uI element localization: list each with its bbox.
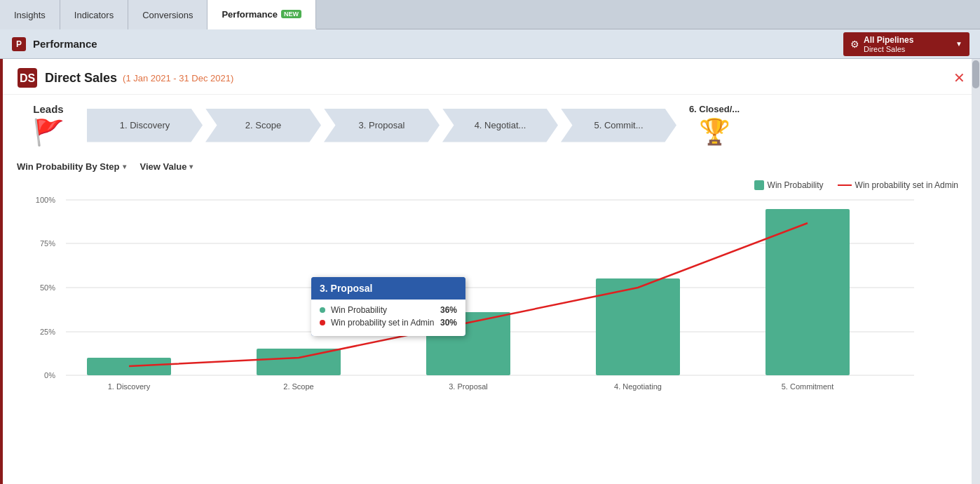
gear-icon: ⚙ — [850, 39, 859, 50]
svg-text:50%: 50% — [40, 283, 55, 292]
svg-text:P: P — [16, 39, 22, 49]
pipeline-steps: Leads 🚩 1. Discovery 2. Scope 3. Proposa… — [3, 95, 979, 156]
pipeline-label: All Pipelines — [864, 35, 950, 45]
svg-text:1. Discovery: 1. Discovery — [108, 382, 151, 391]
main-content: DS Direct Sales (1 Jan 2021 - 31 Dec 202… — [0, 59, 980, 484]
closed-label: 6. Closed/... — [689, 104, 740, 114]
svg-text:75%: 75% — [40, 239, 55, 248]
view-dropdown[interactable]: View Value ▾ — [140, 161, 193, 172]
tooltip-row-2: Win probability set in Admin 30% — [320, 318, 457, 328]
svg-text:3. Proposal: 3. Proposal — [449, 382, 488, 391]
bar-chart-svg: 100% 75% 50% 25% 0% — [17, 193, 928, 396]
step-1-arrow[interactable]: 1. Discovery — [87, 109, 203, 142]
step-2-label: 2. Scope — [245, 120, 281, 130]
chart-area: 100% 75% 50% 25% 0% — [3, 193, 979, 406]
step-3-arrow[interactable]: 3. Proposal — [324, 109, 440, 142]
tooltip-dot-2 — [320, 320, 325, 325]
svg-text:DS: DS — [20, 72, 36, 84]
chevron-down-icon-2: ▾ — [189, 163, 193, 170]
header-bar: P Performance ⚙ All Pipelines Direct Sal… — [0, 29, 980, 59]
step-1-label: 1. Discovery — [120, 120, 170, 130]
svg-text:2. Scope: 2. Scope — [283, 382, 313, 391]
tooltip-val-1: 36% — [440, 305, 457, 315]
header-logo-icon: P — [11, 36, 27, 53]
ds-date-range: (1 Jan 2021 - 31 Dec 2021) — [123, 73, 233, 83]
bar-2[interactable] — [257, 349, 341, 375]
tab-conversions[interactable]: Conversions — [128, 0, 207, 29]
tabs-bar: Insights Indicators Conversions Performa… — [0, 0, 980, 29]
new-badge: NEW — [281, 10, 301, 18]
tab-performance[interactable]: Performance NEW — [207, 0, 315, 29]
bar-1[interactable] — [87, 358, 171, 375]
tab-conversions-label: Conversions — [142, 10, 193, 20]
chevron-down-icon: ▼ — [955, 40, 962, 48]
tab-indicators-label: Indicators — [74, 10, 114, 20]
tooltip-dot-1 — [320, 307, 325, 313]
legend-win-prob-label: Win Probability — [768, 180, 824, 190]
pipeline-sub: Direct Sales — [864, 45, 950, 53]
scrollbar[interactable] — [972, 59, 980, 484]
chart-tooltip: 3. Proposal Win Probability 36% Win prob… — [311, 277, 465, 336]
legend-win-prob: Win Probability — [754, 180, 824, 190]
ds-title: Direct Sales — [45, 71, 117, 86]
svg-text:5. Commitment: 5. Commitment — [782, 382, 834, 391]
header-title: Performance — [33, 38, 97, 50]
svg-text:100%: 100% — [36, 196, 55, 204]
leads-icon: 🚩 — [33, 118, 64, 147]
pipeline-selector[interactable]: ⚙ All Pipelines Direct Sales ▼ — [843, 32, 969, 56]
ds-logo-icon: DS — [17, 67, 38, 88]
tooltip-header: 3. Proposal — [311, 277, 465, 300]
win-probability-label: Win Probability By Step — [17, 161, 120, 172]
svg-text:4. Negotiating: 4. Negotiating — [614, 382, 662, 391]
leads-label: Leads — [33, 103, 63, 115]
view-label: View Value — [140, 161, 187, 172]
tab-performance-label: Performance — [222, 9, 277, 20]
legend-admin-line: Win probability set in Admin — [838, 180, 958, 190]
ds-header: DS Direct Sales (1 Jan 2021 - 31 Dec 202… — [3, 59, 979, 95]
trophy-icon: 🏆 — [699, 117, 730, 147]
admin-line-swatch — [838, 184, 852, 186]
svg-text:0%: 0% — [44, 371, 55, 379]
tooltip-label-1: Win Probability — [331, 305, 387, 315]
tab-insights-label: Insights — [14, 10, 46, 20]
chevron-down-icon: ▾ — [123, 163, 126, 170]
step-2-arrow[interactable]: 2. Scope — [205, 109, 321, 142]
tooltip-title: 3. Proposal — [320, 283, 372, 294]
close-button[interactable]: ✕ — [953, 69, 965, 86]
step-3-label: 3. Proposal — [359, 120, 405, 130]
step-4-label: 4. Negotiat... — [475, 120, 526, 130]
leads-box: Leads 🚩 — [17, 103, 80, 147]
tooltip-row-1: Win Probability 36% — [320, 305, 457, 315]
step-5-label: 5. Commit... — [594, 120, 643, 130]
tab-indicators[interactable]: Indicators — [60, 0, 128, 29]
chart-controls: Win Probability By Step ▾ View Value ▾ — [3, 156, 979, 177]
header-right: ⚙ All Pipelines Direct Sales ▼ — [843, 32, 969, 56]
win-probability-dropdown[interactable]: Win Probability By Step ▾ — [17, 161, 126, 172]
step-5-arrow[interactable]: 5. Commit... — [561, 109, 676, 142]
legend-admin-label: Win probability set in Admin — [855, 180, 958, 190]
chart-legend: Win Probability Win probability set in A… — [3, 177, 979, 193]
tooltip-label-2: Win probability set in Admin — [331, 318, 434, 328]
tab-insights[interactable]: Insights — [0, 0, 60, 29]
tooltip-body: Win Probability 36% Win probability set … — [311, 300, 465, 336]
pipeline-text: All Pipelines Direct Sales — [864, 35, 950, 53]
tooltip-val-2: 30% — [440, 318, 457, 328]
win-prob-color-swatch — [754, 180, 764, 190]
step-4-arrow[interactable]: 4. Negotiat... — [442, 109, 558, 142]
closed-box: 6. Closed/... 🏆 — [686, 104, 742, 147]
svg-text:25%: 25% — [40, 328, 55, 336]
